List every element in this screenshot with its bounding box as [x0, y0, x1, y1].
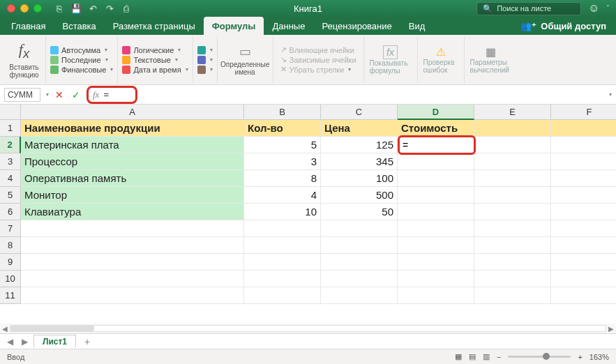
sheet-nav-prev-icon[interactable]: ◀ [4, 337, 16, 347]
cell-c3[interactable]: 345 [321, 153, 398, 170]
close-icon[interactable] [7, 4, 15, 13]
account-icon[interactable]: ☺ [588, 2, 599, 15]
search-input[interactable]: 🔍 Поиск на листе [476, 2, 581, 15]
cell-b1[interactable]: Кол-во [244, 120, 321, 137]
autosum-button[interactable]: Автосумма▾ [50, 46, 113, 54]
cell-f6[interactable] [551, 204, 616, 220]
cell-d6[interactable] [398, 204, 474, 220]
name-box[interactable]: СУММ [4, 88, 40, 102]
select-all-button[interactable] [0, 105, 21, 120]
save-icon[interactable]: 💾 [70, 2, 82, 15]
cell-c6[interactable]: 50 [321, 204, 398, 220]
tab-layout[interactable]: Разметка страницы [105, 17, 204, 35]
tab-view[interactable]: Вид [400, 17, 434, 35]
sheet-tab[interactable]: Лист1 [33, 335, 76, 348]
row-header-5[interactable]: 5 [0, 187, 21, 204]
row-header-3[interactable]: 3 [0, 153, 21, 170]
cell-d5[interactable] [398, 187, 474, 204]
cell[interactable] [21, 254, 244, 271]
cell[interactable] [321, 220, 398, 237]
cell-e4[interactable] [474, 170, 551, 187]
cell[interactable] [551, 254, 616, 271]
cell-e2[interactable] [474, 137, 551, 153]
cell[interactable] [398, 254, 474, 271]
cell-b2[interactable]: 5 [244, 137, 321, 153]
row-header-11[interactable]: 11 [0, 287, 21, 304]
view-page-icon[interactable]: ▤ [469, 352, 476, 361]
cell-a1[interactable]: Наименование продукции [21, 120, 244, 137]
tab-review[interactable]: Рецензирование [313, 17, 400, 35]
cell-d3[interactable] [398, 153, 474, 170]
undo-icon[interactable]: ↶ [87, 2, 99, 15]
col-header-d[interactable]: D [398, 105, 474, 120]
text-button[interactable]: Текстовые▾ [122, 56, 188, 64]
sheet-nav-next-icon[interactable]: ▶ [19, 337, 31, 347]
defined-names-button[interactable]: ▭ Определенные имена [218, 36, 273, 83]
cell-b4[interactable]: 8 [244, 170, 321, 187]
trace-precedents-button[interactable]: ↗Влияющие ячейки [280, 45, 356, 54]
cell-e1[interactable] [474, 120, 551, 137]
cell-f4[interactable] [551, 170, 616, 187]
minimize-icon[interactable] [20, 4, 29, 13]
cell-f5[interactable] [551, 187, 616, 204]
cell[interactable] [551, 287, 616, 304]
tab-formulas[interactable]: Формулы [204, 17, 264, 35]
row-header-2[interactable]: 2 [0, 137, 21, 153]
cell[interactable] [398, 287, 474, 304]
row-header-9[interactable]: 9 [0, 254, 21, 271]
cell[interactable] [398, 220, 474, 237]
cell-a4[interactable]: Оперативная память [21, 170, 244, 187]
scroll-thumb[interactable] [10, 326, 94, 331]
autosave-icon[interactable]: ⎘ [53, 2, 66, 15]
datetime-button[interactable]: Дата и время▾ [122, 66, 188, 74]
col-header-a[interactable]: A [21, 105, 244, 120]
col-header-e[interactable]: E [474, 105, 551, 120]
scroll-track[interactable] [10, 325, 606, 332]
logical-button[interactable]: Логические▾ [122, 46, 188, 54]
tab-insert[interactable]: Вставка [54, 17, 104, 35]
show-formulas-button[interactable]: fx Показывать формулы [364, 36, 418, 83]
maximize-icon[interactable] [33, 4, 42, 13]
cell-f1[interactable] [551, 120, 616, 137]
cell[interactable] [551, 237, 616, 254]
row-header-6[interactable]: 6 [0, 204, 21, 220]
zoom-value[interactable]: 163% [589, 353, 609, 361]
col-header-b[interactable]: B [244, 105, 321, 120]
cell-f3[interactable] [551, 153, 616, 170]
cell[interactable] [398, 237, 474, 254]
cell[interactable] [244, 254, 321, 271]
cell[interactable] [551, 271, 616, 287]
cell[interactable] [474, 237, 551, 254]
cell-c2[interactable]: 125 [321, 137, 398, 153]
expand-formula-bar-icon[interactable]: ▾ [609, 91, 612, 98]
calc-options-button[interactable]: ▦ Параметры вычислений [465, 36, 518, 83]
enter-formula-button[interactable]: ✓ [70, 89, 82, 100]
cell-c1[interactable]: Цена [321, 120, 398, 137]
cell[interactable] [244, 287, 321, 304]
more-button[interactable]: ▾ [197, 66, 213, 74]
cell[interactable] [474, 287, 551, 304]
scroll-left-icon[interactable]: ◀ [0, 325, 10, 333]
cell-a3[interactable]: Процессор [21, 153, 244, 170]
row-header-4[interactable]: 4 [0, 170, 21, 187]
redo-icon[interactable]: ↷ [103, 2, 116, 15]
cell[interactable] [21, 271, 244, 287]
lookup-button[interactable]: ▾ [197, 46, 213, 54]
cell-c4[interactable]: 100 [321, 170, 398, 187]
namebox-dropdown-icon[interactable]: ▾ [46, 91, 49, 98]
cell-d1[interactable]: Стоимость [398, 120, 474, 137]
cell[interactable] [321, 271, 398, 287]
insert-function-button[interactable]: fx Вставить функцию [3, 36, 46, 83]
cell-b5[interactable]: 4 [244, 187, 321, 204]
formula-input[interactable]: = [103, 89, 131, 100]
zoom-in-button[interactable]: + [578, 353, 582, 361]
cell[interactable] [474, 220, 551, 237]
row-header-10[interactable]: 10 [0, 271, 21, 287]
cell[interactable] [321, 237, 398, 254]
error-check-button[interactable]: ⚠ Проверка ошибок [418, 36, 465, 83]
cancel-formula-button[interactable]: ✕ [53, 89, 66, 100]
cell[interactable] [551, 220, 616, 237]
cell-e3[interactable] [474, 153, 551, 170]
cell-a5[interactable]: Монитор [21, 187, 244, 204]
scroll-right-icon[interactable]: ▶ [606, 325, 616, 333]
